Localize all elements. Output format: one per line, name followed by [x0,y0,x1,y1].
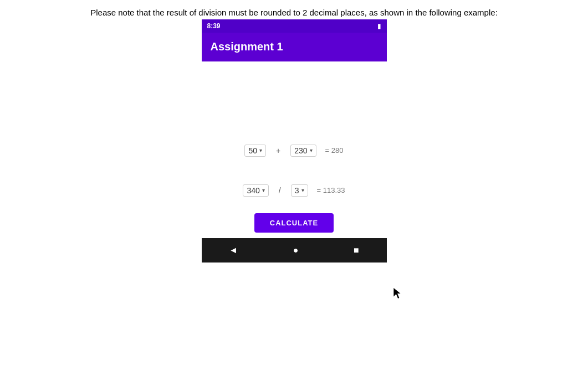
app-header: Assignment 1 [202,33,387,61]
dropdown-arrow-v1-r1: ▾ [259,147,262,153]
calculate-btn-wrapper: CALCULATE [254,213,334,233]
result-row2: = 113.33 [317,186,345,194]
dropdown-arrow-v2-r1: ▾ [310,147,313,153]
back-nav-icon[interactable]: ◄ [229,245,238,255]
main-content: 50 ▾ + 230 ▾ = 280 340 ▾ / 3 ▾ [202,61,387,238]
notice-text: Please note that the result of division … [85,7,503,19]
value2-dropdown-row1[interactable]: 230 ▾ [290,145,316,157]
page-wrapper: Please note that the result of division … [0,0,588,386]
value1-dropdown-row1[interactable]: 50 ▾ [244,145,266,157]
calc-row-1: 50 ▾ + 230 ▾ = 280 [233,139,354,162]
value1-row2: 340 [247,186,259,195]
home-nav-icon[interactable]: ● [293,245,299,255]
status-bar: 8:39 ▮ [202,19,387,33]
status-time: 8:39 [207,22,221,30]
value2-dropdown-row2[interactable]: 3 ▾ [291,184,308,197]
result-row1: = 280 [325,146,344,155]
operator-row1: + [276,146,280,155]
calc-row-2: 340 ▾ / 3 ▾ = 113.33 [232,179,356,202]
battery-icon: ▮ [377,22,381,30]
svg-marker-0 [393,288,400,298]
value1-row1: 50 [248,146,257,155]
value1-dropdown-row2[interactable]: 340 ▾ [243,184,268,197]
recents-nav-icon[interactable]: ■ [354,245,359,255]
cursor-pointer [393,288,401,299]
value2-row2: 3 [295,186,299,195]
dropdown-arrow-v2-r2: ▾ [301,187,304,193]
nav-bar: ◄ ● ■ [202,238,387,263]
calculate-button[interactable]: CALCULATE [254,213,334,233]
app-title: Assignment 1 [211,40,283,53]
phone-mockup: 8:39 ▮ Assignment 1 50 ▾ + 230 ▾ = 280 [202,19,387,263]
operator-row2: / [279,186,281,195]
dropdown-arrow-v1-r2: ▾ [262,187,265,193]
value2-row1: 230 [294,146,307,155]
